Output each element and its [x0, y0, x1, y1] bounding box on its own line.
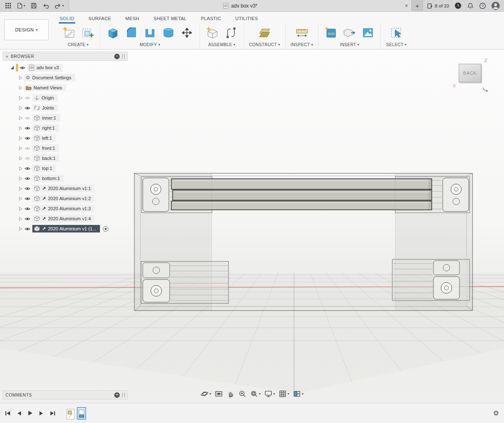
tab-mesh[interactable]: MESH [125, 16, 140, 24]
browser-item-chip[interactable]: left:1 [32, 134, 56, 142]
visibility-eye-icon-hidden[interactable] [23, 146, 32, 151]
measure-icon[interactable] [294, 25, 310, 40]
tab-plastic[interactable]: PLASTIC [200, 16, 222, 24]
save-icon[interactable] [31, 3, 37, 9]
selection-radio-icon[interactable] [103, 226, 108, 232]
browser-item-chip[interactable]: ↗2020 Aluminium v1:1 [32, 185, 94, 192]
viewcube[interactable]: Z X BACK [456, 59, 491, 94]
undo-icon[interactable] [42, 3, 49, 9]
disclosure-triangle[interactable] [18, 106, 23, 110]
viewcube-rotate-arrow-icon[interactable] [482, 86, 489, 92]
disclosure-triangle[interactable] [18, 206, 23, 211]
avatar[interactable] [491, 2, 500, 10]
notifications-clock-icon[interactable] [454, 2, 462, 9]
tab-sheet-metal[interactable]: SHEET METAL [153, 16, 188, 24]
joint-icon[interactable] [223, 25, 239, 40]
construct-plane-icon[interactable] [257, 25, 272, 40]
disclosure-triangle[interactable] [18, 116, 23, 120]
step-forward-button[interactable] [39, 411, 44, 416]
timeline-feature-component[interactable] [66, 408, 75, 420]
visibility-eye-icon[interactable] [23, 166, 32, 171]
browser-item[interactable]: Joints [3, 103, 128, 113]
browser-item-chip[interactable]: ⚙Document Settings [24, 74, 75, 81]
visibility-eye-icon[interactable] [23, 106, 32, 110]
select-cursor-icon[interactable] [389, 25, 404, 40]
tab-solid[interactable]: SOLID [59, 16, 75, 24]
browser-item-chip[interactable]: Origin [32, 94, 58, 102]
browser-item[interactable]: ↗2020 Aluminium v1:3 [3, 204, 128, 214]
select-dropdown[interactable]: SELECT ▾ [386, 42, 407, 47]
panel-display-toggle-icon[interactable]: − [114, 54, 120, 59]
disclosure-triangle[interactable] [18, 86, 23, 90]
tab-surface[interactable]: SURFACE [88, 16, 112, 24]
skip-to-end-button[interactable] [50, 411, 55, 416]
visibility-eye-icon[interactable] [23, 206, 32, 211]
disclosure-triangle[interactable] [18, 96, 23, 100]
browser-item[interactable]: Origin [3, 93, 128, 103]
visibility-eye-icon-hidden[interactable] [23, 96, 32, 100]
browser-item-chip[interactable]: inner:1 [32, 114, 60, 122]
orbit-button[interactable]: ▾ [200, 390, 211, 398]
visibility-eye-icon[interactable] [23, 136, 32, 141]
comments-toggle-icon[interactable]: + [114, 392, 120, 398]
viewports-button[interactable]: ▾ [293, 390, 304, 398]
browser-item[interactable]: front:1 [3, 143, 128, 153]
construct-dropdown[interactable]: CONSTRUCT ▾ [249, 42, 280, 47]
file-menu-icon[interactable]: ▾ [17, 3, 25, 9]
browser-item[interactable]: ↗2020 Aluminium v1:1 [3, 183, 128, 193]
disclosure-triangle[interactable] [18, 217, 23, 221]
timeline-feature-component-selected[interactable] [77, 407, 86, 420]
document-tab[interactable]: adv box v3* × [69, 0, 412, 11]
browser-item[interactable]: Named Views [3, 83, 128, 93]
zoom-button[interactable] [238, 390, 246, 398]
create-dropdown[interactable]: CREATE ▾ [68, 42, 89, 47]
disclosure-triangle[interactable] [18, 146, 23, 151]
play-button[interactable] [28, 410, 33, 416]
visibility-eye-icon[interactable] [23, 126, 32, 131]
canvas-image-icon[interactable] [360, 25, 375, 40]
browser-item[interactable]: ⚙Document Settings [3, 73, 128, 83]
help-icon[interactable]: ? [479, 3, 486, 9]
app-grid-icon[interactable] [5, 3, 11, 9]
browser-item[interactable]: ↗2020 Aluminium v1:4 [3, 214, 128, 224]
disclosure-triangle[interactable] [18, 186, 23, 191]
tab-close-icon[interactable]: × [405, 3, 408, 9]
visibility-eye-icon[interactable] [18, 65, 26, 70]
display-settings-button[interactable]: ▾ [264, 390, 275, 398]
fillet-icon[interactable] [124, 25, 139, 40]
tab-utilities[interactable]: UTILITIES [234, 16, 259, 24]
browser-item[interactable]: left:1 [3, 133, 128, 143]
assemble-dropdown[interactable]: ASSEMBLE ▾ [208, 42, 236, 47]
disclosure-triangle[interactable] [18, 176, 23, 181]
viewport-canvas[interactable]: « BROWSER − adv box v3⚙Document Settings… [0, 50, 504, 403]
fit-button[interactable]: ▾ [250, 390, 260, 398]
browser-header[interactable]: « BROWSER − [3, 52, 128, 61]
offset-face-icon[interactable] [161, 25, 176, 40]
browser-item[interactable]: ↗2020 Aluminium v1:2 [3, 193, 128, 204]
new-component-icon[interactable] [205, 25, 220, 40]
browser-item-chip[interactable]: ↗2020 Aluminium v1:3 [32, 205, 94, 212]
job-status-badge[interactable]: 8 of 10 [427, 3, 449, 9]
shell-icon[interactable] [142, 25, 158, 40]
viewcube-face-back[interactable]: BACK [459, 64, 481, 82]
inspect-dropdown[interactable]: INSPECT ▾ [291, 42, 313, 47]
browser-item[interactable]: ↗2020 Aluminium v1 (1... [3, 224, 128, 234]
browser-item[interactable]: back:1 [3, 153, 128, 163]
move-copy-icon[interactable] [179, 25, 194, 40]
browser-item-chip[interactable]: top:1 [32, 164, 56, 172]
disclosure-triangle[interactable] [18, 196, 23, 201]
disclosure-triangle[interactable] [18, 166, 23, 171]
visibility-eye-icon[interactable] [23, 176, 32, 181]
look-at-button[interactable] [215, 390, 223, 398]
browser-item[interactable]: inner:1 [3, 113, 128, 123]
browser-item-chip[interactable]: ↗2020 Aluminium v1:2 [32, 195, 94, 202]
browser-item-chip[interactable]: back:1 [32, 154, 59, 162]
timeline-settings-gear-icon[interactable]: ⚙ [493, 409, 499, 417]
panel-collapse-icon[interactable]: « [5, 54, 8, 59]
press-pull-icon[interactable] [105, 25, 121, 40]
disclosure-triangle[interactable] [18, 136, 23, 141]
new-tab-button[interactable]: + [412, 0, 423, 11]
visibility-eye-icon-hidden[interactable] [23, 156, 32, 161]
visibility-eye-icon[interactable] [23, 217, 32, 221]
browser-item-chip[interactable]: right:1 [32, 124, 59, 132]
